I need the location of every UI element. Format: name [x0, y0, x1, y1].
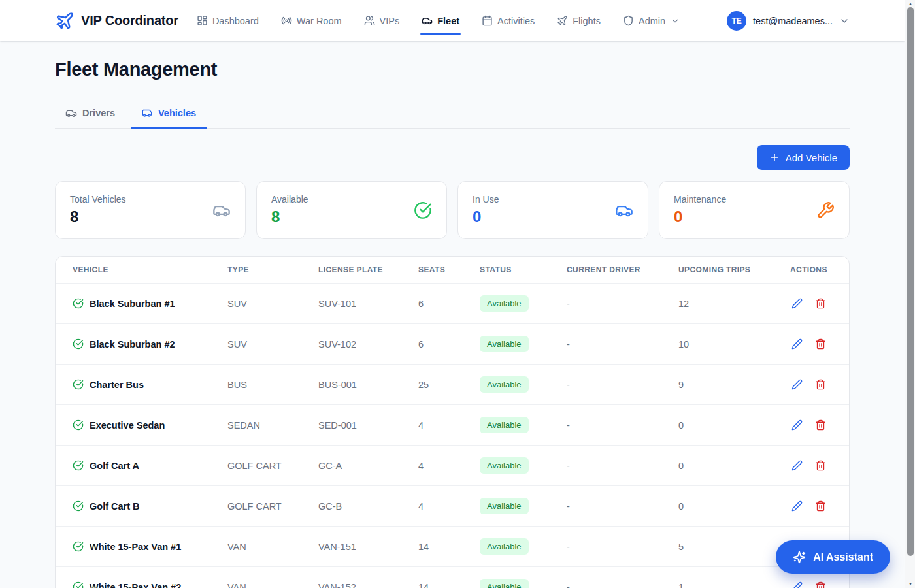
vehicle-name: Golf Cart B: [90, 501, 140, 512]
car-icon: [212, 201, 231, 220]
license-plate: SUV-102: [318, 324, 418, 365]
delete-button[interactable]: [814, 337, 827, 351]
check-circle-icon: [73, 338, 84, 350]
table-row: Black Suburban #2 SUV SUV-102 6 Availabl…: [56, 324, 849, 365]
nav-item-label: Flights: [573, 16, 601, 26]
dashboard-icon: [197, 15, 208, 26]
avatar: TE: [727, 11, 746, 31]
seats-count: 4: [418, 446, 480, 486]
shield-icon: [623, 15, 634, 26]
table-row: Golf Cart B GOLF CART GC-B 4 Available -…: [56, 486, 849, 527]
column-header-vehicle: Vehicle: [56, 257, 227, 284]
delete-button[interactable]: [814, 580, 827, 588]
license-plate: GC-B: [318, 486, 418, 527]
edit-button[interactable]: [790, 297, 804, 310]
delete-button[interactable]: [814, 378, 827, 391]
radio-icon: [281, 15, 292, 26]
status-badge: Available: [480, 376, 529, 393]
status-badge: Available: [480, 538, 529, 555]
table-row: Black Suburban #1 SUV SUV-101 6 Availabl…: [56, 284, 849, 324]
scrollbar: ▲ ▼: [905, 0, 915, 588]
edit-button[interactable]: [790, 418, 804, 432]
primary-nav: Dashboard War Room VIPs Fleet Activities: [197, 11, 727, 30]
vehicle-name: White 15-Pax Van #1: [90, 542, 181, 552]
nav-item-vips[interactable]: VIPs: [364, 11, 400, 30]
stat-label: In Use: [473, 194, 499, 204]
seats-count: 14: [418, 527, 480, 567]
seats-count: 4: [418, 486, 480, 527]
scrollbar-down-arrow[interactable]: ▼: [905, 580, 915, 588]
upcoming-trips: 0: [678, 486, 790, 527]
trash-icon: [815, 338, 826, 350]
stat-label: Total Vehicles: [70, 194, 126, 204]
pencil-icon: [791, 581, 803, 588]
license-plate: VAN-152: [318, 567, 418, 588]
app-window: VIP Coordinator Dashboard War Room VIPs: [0, 0, 905, 588]
stat-value: 8: [70, 208, 126, 226]
check-circle-icon: [73, 298, 84, 309]
nav-item-admin[interactable]: Admin: [623, 11, 680, 30]
vehicle-type: SUV: [227, 324, 318, 365]
edit-button[interactable]: [790, 499, 804, 513]
scrollbar-thumb[interactable]: [907, 7, 914, 556]
nav-item-dashboard[interactable]: Dashboard: [197, 11, 259, 30]
license-plate: VAN-151: [318, 527, 418, 567]
vehicle-name: White 15-Pax Van #2: [90, 582, 181, 588]
delete-button[interactable]: [814, 459, 827, 472]
top-navbar: VIP Coordinator Dashboard War Room VIPs: [0, 0, 905, 41]
column-header-seats: Seats: [418, 257, 480, 284]
edit-button[interactable]: [790, 459, 804, 472]
vehicle-type: VAN: [227, 567, 318, 588]
column-header-type: Type: [227, 257, 318, 284]
vehicle-type: BUS: [227, 365, 318, 405]
tab-drivers[interactable]: Drivers: [55, 100, 125, 129]
nav-item-label: Admin: [639, 16, 665, 26]
ai-assistant-button[interactable]: AI Assistant: [776, 540, 890, 574]
trash-icon: [815, 500, 826, 512]
vehicle-name: Black Suburban #1: [90, 299, 175, 309]
tab-vehicles[interactable]: Vehicles: [131, 100, 207, 129]
nav-item-fleet[interactable]: Fleet: [422, 11, 459, 30]
add-vehicle-label: Add Vehicle: [786, 152, 837, 163]
table-header-row: Vehicle Type License Plate Seats Status …: [56, 257, 849, 284]
user-email: test@madeames...: [753, 16, 833, 26]
trash-icon: [815, 298, 826, 309]
vehicles-table: Vehicle Type License Plate Seats Status …: [56, 257, 849, 588]
current-driver: -: [567, 284, 678, 324]
column-header-upcoming-trips: Upcoming Trips: [678, 257, 790, 284]
license-plate: GC-A: [318, 446, 418, 486]
car-icon: [65, 107, 77, 119]
seats-count: 4: [418, 405, 480, 446]
delete-button[interactable]: [814, 418, 827, 432]
delete-button[interactable]: [814, 499, 827, 513]
table-row: White 15-Pax Van #2 VAN VAN-152 14 Avail…: [56, 567, 849, 588]
trash-icon: [815, 460, 826, 471]
edit-button[interactable]: [790, 580, 804, 588]
brand[interactable]: VIP Coordinator: [55, 11, 178, 31]
nav-item-label: VIPs: [380, 16, 400, 26]
pencil-icon: [791, 379, 803, 390]
nav-item-label: Fleet: [437, 16, 459, 26]
vehicle-type: GOLF CART: [227, 486, 318, 527]
license-plate: BUS-001: [318, 365, 418, 405]
seats-count: 25: [418, 365, 480, 405]
vehicle-name: Golf Cart A: [90, 461, 139, 471]
edit-button[interactable]: [790, 378, 804, 391]
nav-item-flights[interactable]: Flights: [557, 11, 601, 30]
plus-icon: [769, 152, 780, 163]
check-circle-icon: [73, 460, 84, 471]
column-header-current-driver: Current Driver: [567, 257, 678, 284]
pencil-icon: [791, 500, 803, 512]
nav-item-war-room[interactable]: War Room: [281, 11, 342, 30]
table-row: Charter Bus BUS BUS-001 25 Available - 9: [56, 365, 849, 405]
upcoming-trips: 5: [678, 527, 790, 567]
stat-card-total-vehicles: Total Vehicles 8: [55, 181, 246, 239]
pencil-icon: [791, 298, 803, 309]
table-row: Executive Sedan SEDAN SED-001 4 Availabl…: [56, 405, 849, 446]
delete-button[interactable]: [814, 297, 827, 310]
nav-item-activities[interactable]: Activities: [482, 11, 535, 30]
add-vehicle-button[interactable]: Add Vehicle: [757, 145, 850, 170]
user-menu[interactable]: TE test@madeames...: [727, 11, 850, 31]
bus-icon: [141, 107, 153, 119]
edit-button[interactable]: [790, 337, 804, 351]
